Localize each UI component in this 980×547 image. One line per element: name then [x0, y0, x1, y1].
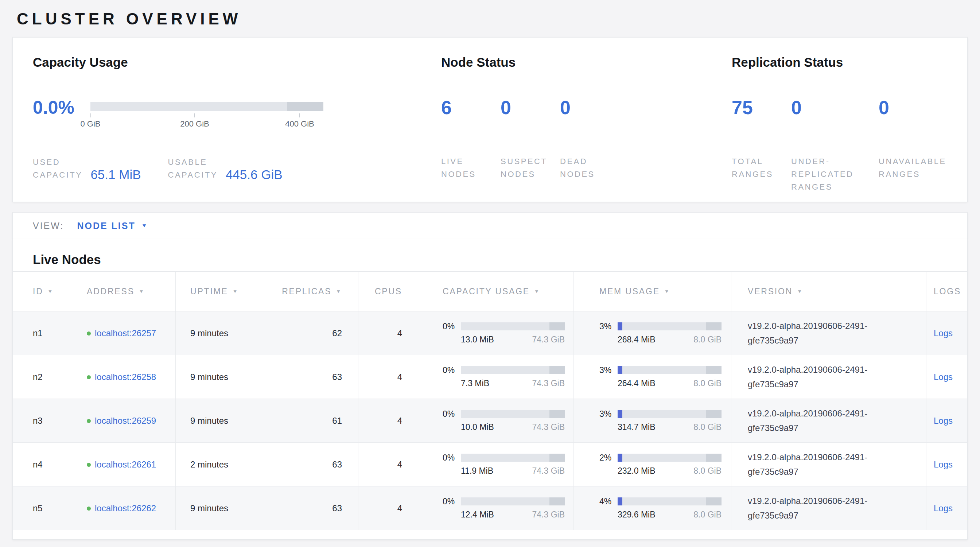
capacity-total-value: 74.3 GiB — [532, 466, 565, 476]
mem-bar-reserved — [706, 454, 722, 462]
node-version: v19.2.0-alpha.20190606-2491-gfe735c9a97 — [748, 319, 905, 348]
node-cpus: 4 — [398, 416, 402, 426]
replication-status-heading: Replication Status — [732, 54, 967, 70]
stat-label-line: UNDER- — [791, 155, 879, 168]
node-logs-cell: Logs — [926, 312, 967, 355]
node-memory-cell: 3% 314.7 MiB 8.0 GiB — [574, 399, 731, 442]
table-header-row: ID▼ADDRESS▼UPTIME▼REPLICAS▼CPUSCAPACITY … — [13, 271, 967, 312]
dead-nodes-label: DEAD NODES — [560, 155, 619, 181]
stat-label-line: USED — [33, 156, 83, 169]
dead-nodes-stat: 0 DEAD NODES — [560, 98, 619, 181]
node-live-status-dot-icon — [87, 463, 91, 467]
unavailable-ranges-label: UNAVAILABLE RANGES — [879, 155, 947, 181]
capacity-bar — [461, 454, 565, 462]
capacity-usage-widget: 0% 13.0 MiB 74.3 GiB — [417, 322, 573, 345]
capacity-bar — [461, 410, 565, 418]
dead-nodes-count: 0 — [560, 98, 619, 117]
sort-desc-icon: ▼ — [139, 289, 145, 294]
column-header-replicas[interactable]: REPLICAS▼ — [262, 272, 358, 311]
node-id: n4 — [33, 460, 43, 470]
node-cpus: 4 — [398, 328, 402, 339]
suspect-nodes-stat: 0 SUSPECT NODES — [501, 98, 560, 181]
column-header-label: MEM USAGE — [600, 287, 660, 296]
sort-desc-icon: ▼ — [48, 289, 54, 294]
stat-label-line: RANGES — [732, 168, 791, 181]
node-live-status-dot-icon — [87, 375, 91, 379]
node-version-cell: v19.2.0-alpha.20190606-2491-gfe735c9a97 — [731, 355, 926, 399]
node-capacity-cell: 0% 10.0 MiB 74.3 GiB — [417, 399, 574, 442]
node-logs-link[interactable]: Logs — [934, 328, 953, 339]
node-version-cell: v19.2.0-alpha.20190606-2491-gfe735c9a97 — [731, 312, 926, 355]
node-logs-link[interactable]: Logs — [934, 372, 953, 382]
node-address-cell: localhost:26261 — [72, 443, 176, 486]
axis-tick-label: 0 GiB — [80, 119, 100, 129]
capacity-bar-reserved — [549, 410, 565, 418]
node-replicas-cell: 62 — [262, 312, 358, 355]
capacity-percent: 0% — [442, 366, 461, 375]
column-header-label: CAPACITY USAGE — [442, 287, 530, 296]
node-logs-link[interactable]: Logs — [934, 416, 953, 426]
stat-label-line: CAPACITY — [168, 169, 218, 181]
view-dropdown-value: NODE LIST — [77, 221, 135, 231]
mem-usage-widget: 3% 314.7 MiB 8.0 GiB — [574, 409, 731, 432]
page-title: CLUSTER OVERVIEW — [17, 10, 967, 28]
capacity-usage-widget: 0% 7.3 MiB 74.3 GiB — [417, 366, 573, 388]
replication-status-section: Replication Status 75 TOTAL RANGES 0 UND… — [732, 54, 967, 202]
unavailable-ranges-stat: 0 UNAVAILABLE RANGES — [879, 98, 947, 193]
mem-percent: 4% — [600, 497, 617, 507]
node-logs-link[interactable]: Logs — [934, 460, 953, 470]
mem-bar-reserved — [706, 410, 722, 418]
under-replicated-ranges-stat: 0 UNDER- REPLICATED RANGES — [791, 98, 879, 193]
node-address-link[interactable]: localhost:26257 — [95, 326, 160, 340]
mem-usage-widget: 3% 268.4 MiB 8.0 GiB — [574, 322, 731, 345]
capacity-reserved-segment — [287, 102, 323, 111]
mem-used-value: 232.0 MiB — [617, 466, 655, 476]
mem-bar — [617, 410, 722, 418]
node-address-link[interactable]: localhost:26259 — [95, 413, 160, 428]
node-capacity-cell: 0% 11.9 MiB 74.3 GiB — [417, 443, 574, 486]
capacity-total-value: 74.3 GiB — [532, 335, 565, 345]
view-dropdown[interactable]: NODE LIST ▼ — [77, 221, 147, 231]
stat-label-line: NODES — [501, 168, 560, 181]
node-uptime-cell: 9 minutes — [176, 487, 262, 530]
column-header-version[interactable]: VERSION▼ — [731, 272, 926, 311]
node-address-link[interactable]: localhost:26262 — [95, 501, 160, 516]
node-address-link[interactable]: localhost:26261 — [95, 457, 160, 472]
node-logs-cell: Logs — [926, 443, 967, 486]
node-address-cell: localhost:26262 — [72, 487, 176, 530]
node-replicas: 63 — [332, 503, 342, 514]
node-id-cell: n2 — [13, 355, 72, 399]
node-memory-cell: 4% 329.6 MiB 8.0 GiB — [574, 487, 731, 530]
capacity-stats: USED CAPACITY 65.1 MiB USABLE CAPACITY 4… — [33, 156, 441, 181]
capacity-percent: 0% — [442, 453, 461, 463]
node-logs-cell: Logs — [926, 355, 967, 399]
live-nodes-stat: 6 LIVE NODES — [441, 98, 501, 181]
node-id-cell: n1 — [13, 312, 72, 355]
stat-label-line: TOTAL — [732, 155, 791, 168]
node-uptime-cell: 2 minutes — [176, 443, 262, 486]
node-row: n1 localhost:26257 9 minutes 62 4 0% — [13, 312, 967, 355]
capacity-bar — [461, 366, 565, 374]
node-address-link[interactable]: localhost:26258 — [95, 370, 160, 384]
column-header-capacity-usage[interactable]: CAPACITY USAGE▼ — [417, 272, 574, 311]
capacity-total-value: 74.3 GiB — [532, 510, 565, 520]
node-memory-cell: 3% 268.4 MiB 8.0 GiB — [574, 312, 731, 355]
capacity-bar — [461, 322, 565, 331]
column-header-address[interactable]: ADDRESS▼ — [72, 272, 176, 311]
mem-usage-widget: 2% 232.0 MiB 8.0 GiB — [574, 453, 731, 476]
mem-total-value: 8.0 GiB — [694, 422, 722, 432]
column-header-label: REPLICAS — [282, 287, 331, 296]
mem-bar — [617, 366, 722, 374]
node-address-cell: localhost:26258 — [72, 355, 176, 399]
column-header-label: ADDRESS — [87, 287, 135, 296]
axis-tick-label: 400 GiB — [285, 119, 314, 129]
capacity-bar-reserved — [549, 454, 565, 462]
under-replicated-ranges-label: UNDER- REPLICATED RANGES — [791, 155, 879, 193]
node-logs-link[interactable]: Logs — [934, 503, 953, 514]
column-header-uptime[interactable]: UPTIME▼ — [176, 272, 262, 311]
column-header-mem-usage[interactable]: MEM USAGE▼ — [574, 272, 731, 311]
column-header-id[interactable]: ID▼ — [13, 272, 72, 311]
stat-label-line: UNAVAILABLE — [879, 155, 947, 168]
node-row: n5 localhost:26262 9 minutes 63 4 0% — [13, 487, 967, 530]
cluster-overview-page: CLUSTER OVERVIEW Capacity Usage 0.0% 0 G… — [0, 0, 980, 540]
